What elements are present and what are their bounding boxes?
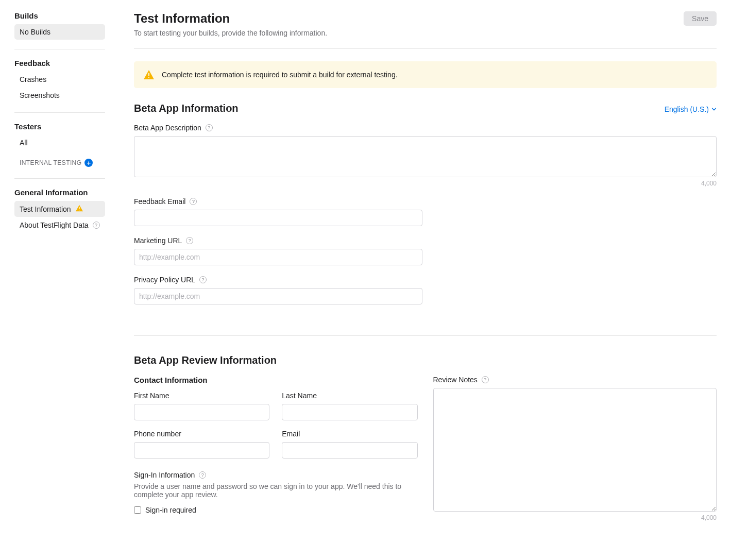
- warning-icon: [75, 205, 83, 213]
- signin-required-checkbox[interactable]: [134, 506, 141, 514]
- feedback-heading: Feedback: [14, 59, 105, 67]
- phone-field: Phone number: [134, 430, 269, 459]
- help-icon[interactable]: ?: [482, 376, 489, 383]
- sidebar-item-crashes[interactable]: Crashes: [14, 72, 105, 87]
- marketing-url-input[interactable]: [134, 249, 422, 265]
- email-field: Email: [282, 430, 417, 459]
- builds-heading: Builds: [14, 11, 105, 20]
- main-content: Test Information Save To start testing y…: [120, 0, 731, 560]
- marketing-url-field: Marketing URL ?: [134, 236, 422, 265]
- sidebar-item-label: Crashes: [20, 75, 46, 83]
- sidebar-item-all-testers[interactable]: All: [14, 135, 105, 150]
- phone-input[interactable]: [134, 442, 269, 459]
- divider: [134, 335, 717, 336]
- svg-rect-3: [148, 77, 149, 78]
- beta-app-description-field: Beta App Description ? 4,000: [134, 124, 717, 187]
- internal-testing-subheading: INTERNAL TESTING +: [14, 157, 105, 169]
- first-name-field: First Name: [134, 392, 269, 420]
- svg-rect-0: [79, 207, 79, 209]
- signin-description: Provide a user name and password so we c…: [134, 482, 402, 499]
- signin-required-label: Sign-in required: [145, 506, 196, 514]
- email-input[interactable]: [282, 442, 417, 459]
- sidebar: Builds No Builds Feedback Crashes Screen…: [0, 0, 120, 560]
- field-label: First Name: [134, 392, 169, 400]
- beta-app-info-header: Beta App Information English (U.S.): [134, 103, 717, 114]
- first-name-input[interactable]: [134, 404, 269, 420]
- beta-app-description-input[interactable]: [134, 136, 717, 177]
- warning-text: Complete test information is required to…: [162, 71, 398, 79]
- contact-info-column: Contact Information First Name Last Name…: [134, 376, 418, 514]
- divider: [14, 178, 105, 179]
- svg-rect-1: [79, 210, 79, 210]
- sidebar-item-no-builds[interactable]: No Builds: [14, 24, 105, 40]
- section-title: Beta App Information: [134, 103, 239, 114]
- field-label: Email: [282, 430, 300, 438]
- sidebar-item-label: No Builds: [20, 28, 50, 36]
- help-icon[interactable]: ?: [199, 276, 207, 283]
- review-info-columns: Contact Information First Name Last Name…: [134, 376, 717, 521]
- section-title: Beta App Review Information: [134, 354, 717, 366]
- sidebar-item-about-testflight-data[interactable]: About TestFlight Data ?: [14, 217, 105, 233]
- field-label: Privacy Policy URL: [134, 276, 195, 284]
- field-label: Marketing URL: [134, 236, 182, 245]
- field-label: Beta App Description: [134, 124, 201, 132]
- chevron-down-icon: [711, 107, 717, 112]
- language-label: English (U.S.): [665, 105, 709, 113]
- field-label: Review Notes: [433, 376, 478, 384]
- char-count: 4,000: [134, 180, 717, 187]
- page-subtitle: To start testing your builds, provide th…: [134, 29, 717, 37]
- divider: [14, 112, 105, 113]
- help-icon[interactable]: ?: [186, 237, 193, 244]
- help-icon[interactable]: ?: [199, 471, 206, 479]
- warning-icon: [143, 70, 155, 80]
- sidebar-item-label: About TestFlight Data: [20, 221, 89, 229]
- divider: [134, 48, 717, 49]
- help-icon[interactable]: ?: [93, 222, 100, 229]
- save-button[interactable]: Save: [684, 11, 717, 26]
- last-name-input[interactable]: [282, 404, 417, 420]
- warning-banner: Complete test information is required to…: [134, 61, 717, 88]
- field-label: Feedback Email: [134, 197, 185, 206]
- feedback-email-field: Feedback Email ?: [134, 197, 422, 226]
- add-internal-testing-button[interactable]: +: [84, 159, 93, 167]
- contact-info-heading: Contact Information: [134, 376, 418, 384]
- page-header: Test Information Save: [134, 11, 717, 26]
- svg-rect-2: [148, 73, 149, 76]
- help-icon[interactable]: ?: [206, 124, 213, 131]
- general-info-heading: General Information: [14, 188, 105, 197]
- divider: [14, 49, 105, 49]
- privacy-policy-url-input[interactable]: [134, 288, 422, 304]
- language-selector[interactable]: English (U.S.): [665, 105, 717, 113]
- subheading-label: INTERNAL TESTING: [20, 159, 81, 166]
- review-notes-input[interactable]: [433, 388, 717, 512]
- page-title: Test Information: [134, 11, 230, 26]
- char-count: 4,000: [433, 514, 717, 521]
- help-icon[interactable]: ?: [190, 198, 197, 205]
- sidebar-item-label: Test Information: [20, 205, 71, 213]
- signin-info-heading: Sign-In Information: [134, 471, 195, 479]
- privacy-policy-url-field: Privacy Policy URL ?: [134, 276, 422, 304]
- field-label: Last Name: [282, 392, 317, 400]
- field-label: Phone number: [134, 430, 181, 438]
- review-notes-column: Review Notes ? 4,000: [433, 376, 717, 521]
- sidebar-item-label: All: [20, 139, 28, 147]
- feedback-email-input[interactable]: [134, 210, 422, 226]
- sidebar-item-label: Screenshots: [20, 91, 60, 99]
- signin-required-row[interactable]: Sign-in required: [134, 506, 418, 514]
- sidebar-item-test-information[interactable]: Test Information: [14, 201, 105, 217]
- sidebar-item-screenshots[interactable]: Screenshots: [14, 88, 105, 103]
- last-name-field: Last Name: [282, 392, 417, 420]
- testers-heading: Testers: [14, 122, 105, 131]
